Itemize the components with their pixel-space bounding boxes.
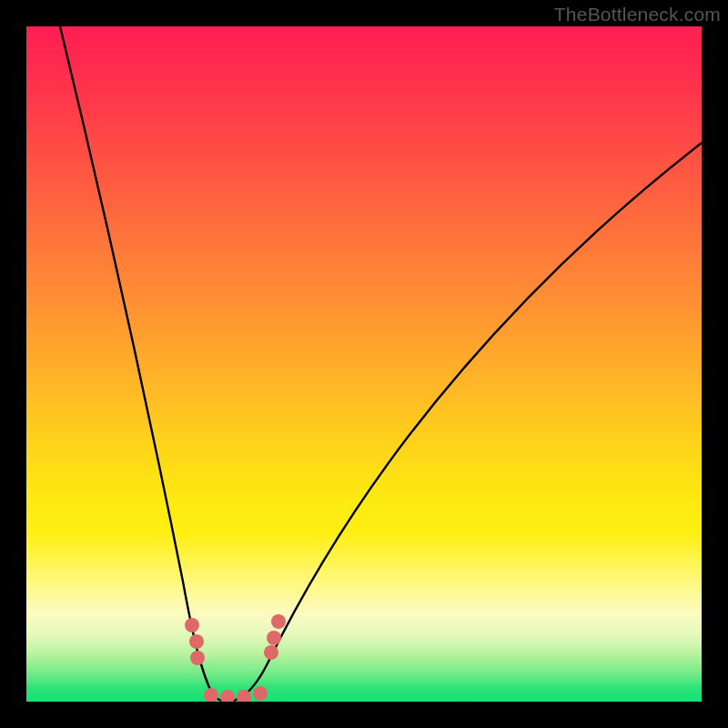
valley-dots [185,614,286,702]
svg-point-7 [264,645,278,660]
svg-point-9 [271,614,286,629]
svg-point-2 [190,651,205,665]
svg-point-8 [267,631,281,645]
chart-frame: TheBottleneck.com [0,0,728,728]
svg-point-6 [253,686,268,701]
chart-svg [26,26,702,702]
svg-point-0 [185,618,199,632]
right-curve [227,143,702,702]
watermark-text: TheBottleneck.com [554,4,721,25]
svg-point-3 [204,688,218,702]
svg-point-4 [220,690,235,702]
svg-point-1 [189,634,204,649]
left-curve [60,26,227,702]
